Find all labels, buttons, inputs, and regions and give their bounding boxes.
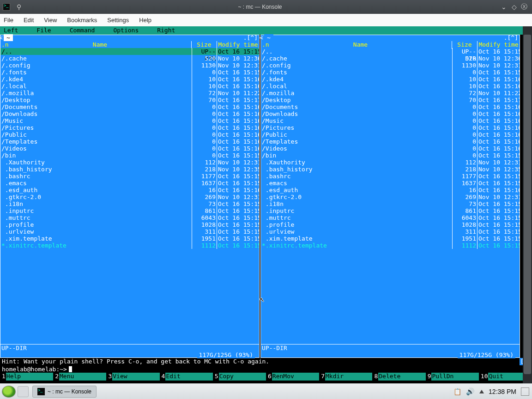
terminal-area[interactable]: Left File Command Options Right <- ~ .[^… bbox=[0, 26, 532, 383]
taskbar-task-konsole[interactable]: ~ : mc — Konsole bbox=[32, 386, 97, 398]
file-row[interactable]: .bash_history218Nov 10 12:35 bbox=[0, 166, 259, 173]
file-row[interactable]: /.fonts0Oct 16 15:15 bbox=[261, 69, 520, 76]
file-row[interactable]: /.kde410Oct 16 15:16 bbox=[0, 76, 259, 83]
file-row[interactable]: .profile1028Oct 16 15:15 bbox=[0, 221, 259, 228]
mc-menu-right[interactable]: Right bbox=[157, 26, 175, 35]
file-row[interactable]: .emacs1637Oct 16 15:15 bbox=[0, 180, 259, 187]
menu-file[interactable]: File bbox=[4, 17, 13, 24]
file-row[interactable]: .i18n73Oct 16 15:15 bbox=[0, 200, 259, 207]
tray-expand-icon[interactable] bbox=[479, 390, 484, 393]
file-row[interactable]: /Videos0Oct 16 15:16 bbox=[0, 145, 259, 152]
file-row[interactable]: /Documents0Oct 16 15:16 bbox=[0, 103, 259, 110]
fnkey-delete[interactable]: 8Delete bbox=[372, 373, 425, 381]
file-row[interactable]: /Music0Oct 16 15:16 bbox=[0, 117, 259, 124]
file-row[interactable]: /Public0Oct 16 15:16 bbox=[261, 131, 520, 138]
file-row[interactable]: /Desktop70Oct 16 15:17 bbox=[261, 97, 520, 103]
file-row[interactable]: .profile1028Oct 16 15:15 bbox=[261, 221, 520, 228]
minimize-button[interactable]: ⌄ bbox=[499, 3, 509, 11]
file-row[interactable]: .emacs1637Oct 16 15:15 bbox=[261, 180, 520, 187]
file-row[interactable]: /Templates0Oct 16 15:16 bbox=[261, 138, 520, 145]
close-button[interactable]: ⓧ bbox=[519, 3, 529, 11]
file-row[interactable]: *.xinitrc.template1112Oct 16 15:15 bbox=[261, 242, 520, 249]
file-row[interactable]: /.local10Oct 16 15:16 bbox=[261, 83, 520, 90]
file-row[interactable]: /Templates0Oct 16 15:16 bbox=[0, 138, 259, 145]
file-row[interactable]: .esd_auth16Oct 16 15:16 bbox=[261, 187, 520, 193]
file-row[interactable]: /..UP--DIROct 16 15:15 bbox=[0, 48, 259, 55]
file-row[interactable]: /Videos0Oct 16 15:16 bbox=[261, 145, 520, 152]
file-row[interactable]: /.kde410Oct 16 15:16 bbox=[261, 76, 520, 83]
file-row[interactable]: /.cache520Nov 10 12:36 bbox=[261, 55, 520, 62]
file-row[interactable]: .muttrc6043Oct 16 15:15 bbox=[0, 214, 259, 221]
file-row[interactable]: /Documents0Oct 16 15:16 bbox=[261, 103, 520, 110]
fnkey-view[interactable]: 3View bbox=[106, 373, 159, 381]
menu-bookmarks[interactable]: Bookmarks bbox=[67, 17, 97, 24]
mc-menu-options[interactable]: Options bbox=[113, 26, 139, 35]
left-panel-path[interactable]: ~ bbox=[4, 34, 13, 41]
right-panel-path[interactable]: ~ bbox=[264, 34, 273, 41]
mc-menu-command[interactable]: Command bbox=[70, 26, 95, 35]
fnkey-renmov[interactable]: 6RenMov bbox=[266, 373, 319, 381]
menu-settings[interactable]: Settings bbox=[107, 17, 129, 24]
file-row[interactable]: .inputrc861Oct 16 15:15 bbox=[261, 207, 520, 214]
file-row[interactable]: /Downloads0Oct 16 15:16 bbox=[0, 110, 259, 117]
terminal-scrollbar[interactable] bbox=[523, 26, 532, 383]
menu-view[interactable]: View bbox=[44, 17, 57, 24]
file-row[interactable]: /.local10Oct 16 15:16 bbox=[0, 83, 259, 90]
file-row[interactable]: /Public0Oct 16 15:16 bbox=[0, 131, 259, 138]
file-row[interactable]: .i18n73Oct 16 15:15 bbox=[261, 200, 520, 207]
mc-prompt[interactable]: homelab@homelab:~> bbox=[0, 365, 532, 373]
mc-menu-file[interactable]: File bbox=[36, 26, 51, 35]
file-row[interactable]: /Desktop70Oct 16 15:17 bbox=[0, 97, 259, 103]
file-row[interactable]: /.config1130Nov 10 12:31 bbox=[0, 62, 259, 69]
left-panel-body[interactable]: /..UP--DIROct 16 15:15/.cache520Nov 10 1… bbox=[0, 48, 259, 345]
file-row[interactable]: /.mozilla72Nov 10 11:22 bbox=[0, 90, 259, 97]
file-row[interactable]: /Pictures0Oct 16 15:16 bbox=[0, 124, 259, 131]
menu-help[interactable]: Help bbox=[139, 17, 151, 24]
menu-edit[interactable]: Edit bbox=[24, 17, 34, 24]
file-row[interactable]: /Pictures0Oct 16 15:16 bbox=[261, 124, 520, 131]
file-row[interactable]: *.xinitrc.template1112Oct 16 15:15 bbox=[0, 242, 259, 249]
file-row[interactable]: .Xauthority112Nov 10 12:31 bbox=[0, 159, 259, 166]
mc-menu-left[interactable]: Left bbox=[4, 26, 18, 35]
right-panel[interactable]: <- ~ .[^] .n Name Size Modify time /..UP… bbox=[260, 35, 520, 358]
file-row[interactable]: /..UP--DIROct 16 15:15 bbox=[261, 48, 520, 55]
fnkey-help[interactable]: 1Help bbox=[0, 373, 53, 381]
panel-hat-icon[interactable]: .[^] bbox=[243, 34, 258, 41]
file-row[interactable]: /.fonts0Oct 16 15:15 bbox=[0, 69, 259, 76]
file-row[interactable]: /.config1130Nov 10 12:31 bbox=[261, 62, 520, 69]
file-row[interactable]: .xim.template1951Oct 16 15:15 bbox=[261, 235, 520, 242]
pin-icon[interactable]: ⚲ bbox=[17, 3, 21, 11]
file-row[interactable]: .xim.template1951Oct 16 15:15 bbox=[0, 235, 259, 242]
clipboard-icon[interactable]: 📋 bbox=[453, 388, 461, 395]
right-panel-body[interactable]: /..UP--DIROct 16 15:15/.cache520Nov 10 1… bbox=[261, 48, 520, 345]
scrollbar-thumb[interactable] bbox=[524, 35, 531, 374]
file-row[interactable]: .muttrc6043Oct 16 15:15 bbox=[261, 214, 520, 221]
file-row[interactable]: .Xauthority112Nov 10 12:31 bbox=[261, 159, 520, 166]
file-row[interactable]: /.mozilla72Nov 10 11:22 bbox=[261, 90, 520, 97]
clock[interactable]: 12:38 PM bbox=[489, 388, 516, 395]
file-row[interactable]: .bash_history218Nov 10 12:35 bbox=[261, 166, 520, 173]
fnkey-copy[interactable]: 5Copy bbox=[213, 373, 266, 381]
file-row[interactable]: .esd_auth16Oct 16 15:16 bbox=[0, 187, 259, 193]
file-row[interactable]: .bashrc1177Oct 16 15:15 bbox=[0, 173, 259, 180]
start-button[interactable] bbox=[2, 386, 16, 398]
file-row[interactable]: .gtkrc-2.0269Nov 10 12:31 bbox=[0, 193, 259, 200]
left-panel[interactable]: <- ~ .[^] .n Name Size Modify time /..UP… bbox=[0, 35, 260, 358]
file-row[interactable]: .inputrc861Oct 16 15:15 bbox=[0, 207, 259, 214]
file-row[interactable]: .bashrc1177Oct 16 15:15 bbox=[261, 173, 520, 180]
file-row[interactable]: /bin0Oct 16 15:15 bbox=[0, 152, 259, 159]
file-row[interactable]: /bin0Oct 16 15:15 bbox=[261, 152, 520, 159]
file-row[interactable]: /.cache520Nov 10 12:36 bbox=[0, 55, 259, 62]
file-row[interactable]: /Music0Oct 16 15:16 bbox=[261, 117, 520, 124]
fnkey-pulldn[interactable]: 9PullDn bbox=[426, 373, 479, 381]
fnkey-menu[interactable]: 2Menu bbox=[53, 373, 106, 381]
show-desktop-button[interactable] bbox=[521, 387, 529, 396]
file-row[interactable]: .urlview311Oct 16 15:15 bbox=[0, 228, 259, 235]
file-row[interactable]: /Downloads0Oct 16 15:16 bbox=[261, 110, 520, 117]
fnkey-edit[interactable]: 4Edit bbox=[160, 373, 213, 381]
file-row[interactable]: .gtkrc-2.0269Nov 10 12:31 bbox=[261, 193, 520, 200]
maximize-button[interactable]: ◇ bbox=[509, 3, 519, 11]
fnkey-mkdir[interactable]: 7Mkdir bbox=[319, 373, 372, 381]
file-row[interactable]: .urlview311Oct 16 15:15 bbox=[261, 228, 520, 235]
volume-icon[interactable]: 🔊 bbox=[466, 387, 475, 396]
